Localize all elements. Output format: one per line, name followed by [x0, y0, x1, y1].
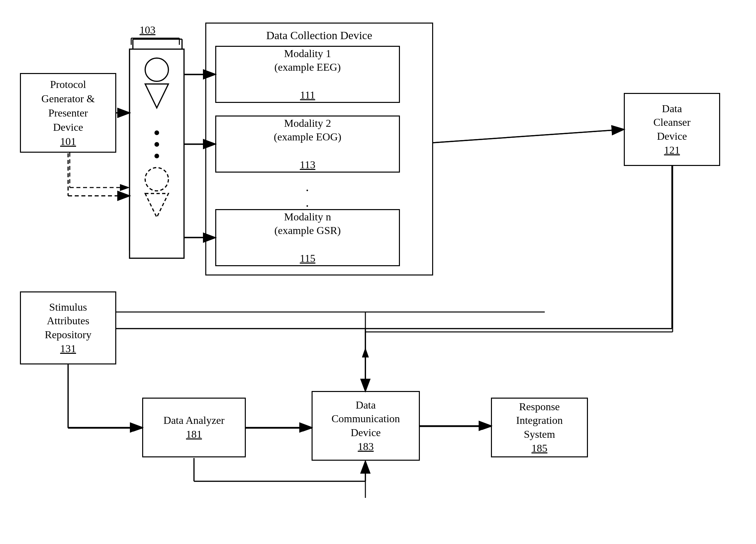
svg-marker-8: [145, 176, 166, 199]
svg-point-41: [145, 58, 168, 81]
svg-marker-47: [145, 194, 168, 218]
svg-point-46: [145, 168, 168, 191]
svg-rect-40: [130, 49, 184, 258]
protocol-generator-label: Protocol Generator & Presenter Device: [42, 77, 95, 135]
modality-n-ref: 115: [300, 252, 316, 266]
svg-point-15: [153, 147, 157, 151]
modality-n-label: Modality n(example GSR): [274, 210, 341, 238]
svg-point-14: [153, 136, 157, 140]
svg-marker-6: [145, 78, 166, 101]
modality-n-box: Modality n(example GSR) 115: [215, 209, 400, 266]
svg-point-5: [145, 54, 166, 75]
svg-line-54: [433, 130, 623, 143]
modality-2-ref: 113: [300, 158, 316, 172]
data-cleanser-box: DataCleanserDevice 121: [624, 93, 720, 166]
svg-line-22: [432, 130, 624, 143]
data-analyzer-box: Data Analyzer 181: [142, 398, 246, 457]
svg-point-7: [145, 152, 166, 173]
stimulus-repository-ref: 131: [60, 342, 76, 356]
svg-point-45: [154, 154, 159, 158]
svg-point-44: [154, 142, 159, 147]
protocol-generator-box: Protocol Generator & Presenter Device 10…: [20, 73, 116, 153]
response-integration-ref: 185: [531, 441, 547, 455]
response-integration-label: ResponseIntegrationSystem: [516, 400, 563, 441]
data-analyzer-ref: 181: [186, 427, 202, 441]
svg-point-13: [153, 124, 157, 128]
modality-2-box: Modality 2(example EOG) 113: [215, 116, 400, 173]
ref103-label: 103: [140, 24, 155, 36]
data-communication-box: DataCommunicationDevice 183: [312, 391, 420, 461]
diagram: Protocol Generator & Presenter Device 10…: [0, 0, 756, 544]
protocol-generator-ref: 101: [60, 135, 76, 149]
data-cleanser-label: DataCleanserDevice: [653, 102, 691, 143]
svg-marker-42: [145, 84, 168, 108]
data-communication-ref: 183: [358, 440, 374, 454]
data-collection-label: Data Collection Device: [266, 29, 372, 42]
response-integration-box: ResponseIntegrationSystem 185: [491, 398, 588, 457]
data-communication-label: DataCommunicationDevice: [331, 398, 400, 440]
data-analyzer-label: Data Analyzer: [163, 413, 225, 427]
modality-1-label: Modality 1(example EEG): [274, 47, 341, 74]
stimulus-repository-label: StimulusAttributesRepository: [45, 300, 91, 342]
modality-2-label: Modality 2(example EOG): [274, 117, 341, 144]
data-cleanser-ref: 121: [664, 143, 680, 157]
stimulus-repository-box: StimulusAttributesRepository 131: [20, 291, 116, 364]
modality-1-box: Modality 1(example EEG) 111: [215, 46, 400, 103]
modality-1-ref: 111: [300, 88, 315, 102]
svg-point-43: [154, 131, 159, 135]
